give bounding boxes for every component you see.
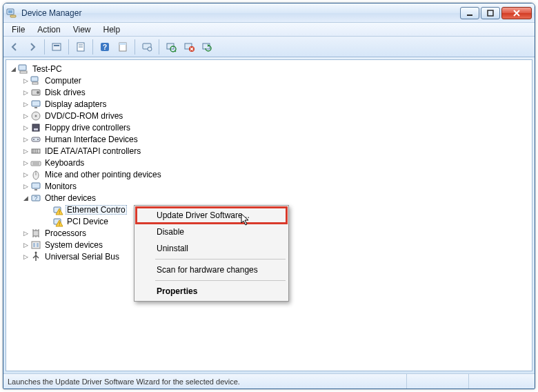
ctx-disable[interactable]: Disable xyxy=(136,224,287,240)
toolbar-separator xyxy=(159,39,159,55)
toolbar-update-driver-button[interactable] xyxy=(199,39,215,55)
collapse-icon[interactable]: ◢ xyxy=(21,194,30,202)
ctx-item-label: Uninstall xyxy=(157,244,188,253)
update-icon xyxy=(201,41,212,52)
close-button[interactable] xyxy=(501,7,532,19)
expand-icon[interactable]: ▷ xyxy=(21,170,30,179)
mouse-icon xyxy=(30,169,41,180)
computer-icon xyxy=(18,63,29,75)
tree-item[interactable]: ▷IDE ATA/ATAPI controllers xyxy=(6,145,532,157)
svg-rect-65 xyxy=(37,243,39,247)
svg-text:?: ? xyxy=(34,195,37,202)
ctx-item-label: Properties xyxy=(157,286,197,296)
maximize-button[interactable] xyxy=(481,7,500,19)
svg-text:?: ? xyxy=(103,43,107,51)
svg-rect-5 xyxy=(52,43,61,50)
device-tree-panel[interactable]: ◢ Test-PC ▷Computer▷Disk drives▷Display … xyxy=(6,59,532,371)
ide-icon xyxy=(30,146,41,157)
menu-help[interactable]: Help xyxy=(98,23,126,36)
toolbar-show-hidden-button[interactable] xyxy=(48,39,65,55)
svg-rect-64 xyxy=(33,243,35,247)
expand-icon[interactable]: ▷ xyxy=(21,77,30,85)
expand-icon[interactable]: ▷ xyxy=(21,147,30,155)
minimize-button[interactable] xyxy=(460,7,479,19)
display-icon xyxy=(30,99,41,110)
ctx-uninstall[interactable]: Uninstall xyxy=(136,240,287,257)
toolbar-properties-button[interactable] xyxy=(72,39,89,55)
svg-rect-13 xyxy=(119,43,126,45)
device-manager-icon xyxy=(6,8,17,19)
toolbar-forward-button[interactable] xyxy=(24,39,41,55)
menu-view[interactable]: View xyxy=(68,23,97,36)
expand-icon[interactable]: ▷ xyxy=(21,253,30,261)
svg-text:!: ! xyxy=(59,221,60,227)
tree-item-label: IDE ATA/ATAPI controllers xyxy=(43,146,142,156)
tree-item-label: Mice and other pointing devices xyxy=(43,170,163,179)
toolbar-help-topics-button[interactable] xyxy=(114,39,131,55)
tree-item[interactable]: ▷Computer xyxy=(6,75,532,86)
usb-icon xyxy=(30,251,41,262)
svg-rect-2 xyxy=(10,15,16,17)
tree-root[interactable]: ◢ Test-PC xyxy=(6,63,532,75)
ctx-update-driver[interactable]: Update Driver Software... xyxy=(135,206,288,224)
expand-icon[interactable]: ▷ xyxy=(21,229,30,237)
menu-file[interactable]: File xyxy=(6,23,30,36)
tree-item-label: DVD/CD-ROM drives xyxy=(43,111,124,121)
menubar: File Action View Help xyxy=(3,23,535,37)
tree-item[interactable]: ▷Keyboards xyxy=(6,157,532,168)
context-menu: Update Driver Software... Disable Uninst… xyxy=(134,205,289,302)
page2-icon xyxy=(117,41,128,52)
toolbar-scan-button[interactable] xyxy=(163,39,179,55)
svg-rect-36 xyxy=(32,137,40,141)
disk-icon xyxy=(30,87,41,98)
tree-item[interactable]: ▷Disk drives xyxy=(6,86,532,98)
titlebar[interactable]: Device Manager xyxy=(3,3,535,23)
toolbar-back-button[interactable] xyxy=(6,39,23,55)
svg-point-15 xyxy=(148,47,152,51)
computer-small-icon xyxy=(30,75,41,86)
expand-icon[interactable]: ▷ xyxy=(21,112,30,120)
expand-icon[interactable]: ▷ xyxy=(21,135,30,144)
tree-item[interactable]: ▷Mice and other pointing devices xyxy=(6,168,532,180)
page-icon xyxy=(75,41,86,52)
toolbar-separator xyxy=(44,39,45,55)
expand-icon[interactable]: ▷ xyxy=(21,241,30,249)
expand-icon[interactable]: ▷ xyxy=(21,182,30,190)
tree-root-label: Test-PC xyxy=(31,64,63,74)
svg-text:!: ! xyxy=(59,209,60,215)
ctx-scan-hardware[interactable]: Scan for hardware changes xyxy=(136,262,287,278)
svg-rect-31 xyxy=(34,107,37,108)
system-icon xyxy=(30,239,41,251)
ctx-properties[interactable]: Properties xyxy=(136,283,287,300)
expand-icon[interactable]: ▷ xyxy=(21,88,30,97)
tree-item[interactable]: ▷Monitors xyxy=(6,180,532,192)
tree-item[interactable]: ▷DVD/CD-ROM drives xyxy=(6,110,532,121)
tree-item-label: Computer xyxy=(43,76,83,86)
expand-icon[interactable]: ▷ xyxy=(21,124,30,132)
svg-rect-4 xyxy=(488,10,493,16)
expand-icon[interactable]: ▷ xyxy=(21,159,30,167)
window-title: Device Manager xyxy=(21,8,460,18)
menu-action[interactable]: Action xyxy=(32,23,66,36)
tree-item-label: Keyboards xyxy=(43,158,86,168)
warn-icon: ! xyxy=(52,204,63,215)
expand-icon[interactable]: ▷ xyxy=(21,100,30,108)
tree-item-label: Display adapters xyxy=(43,99,108,109)
toolbar: ? xyxy=(3,37,535,57)
svg-rect-26 xyxy=(31,77,38,81)
scan-icon xyxy=(166,41,177,52)
tree-item[interactable]: ▷Display adapters xyxy=(6,98,532,110)
tree-item[interactable]: ▷Floppy drive controllers xyxy=(6,121,532,133)
toolbar-uninstall-button[interactable] xyxy=(181,39,197,55)
collapse-icon[interactable]: ◢ xyxy=(9,65,17,73)
toolbar-computer-button[interactable] xyxy=(139,39,155,55)
tree-item[interactable]: ▷Human Interface Devices xyxy=(6,133,532,145)
svg-rect-43 xyxy=(31,161,41,166)
other-icon: ? xyxy=(30,193,41,204)
tree-item-label: Monitors xyxy=(43,182,78,191)
cd-icon xyxy=(30,110,41,121)
toolbar-help-button[interactable]: ? xyxy=(97,39,113,55)
arrow-right-icon xyxy=(27,41,38,52)
tree-item[interactable]: ◢?Other devices xyxy=(6,192,532,204)
svg-rect-35 xyxy=(34,128,38,130)
